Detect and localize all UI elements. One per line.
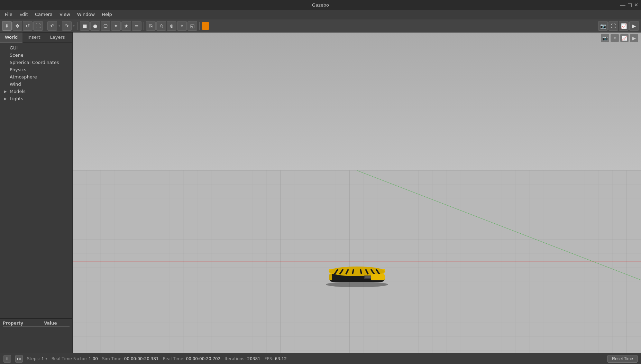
undo-arrow[interactable]: ▾: [58, 24, 61, 28]
statusbar: ⏸ ⏭ Steps: 1 ▾ Real Time Factor: 1.00 Si…: [0, 353, 641, 364]
tree-label-physics: Physics: [10, 67, 26, 72]
pause-button[interactable]: ⏸: [3, 355, 11, 363]
tree-atmosphere[interactable]: Atmosphere: [0, 73, 72, 81]
tree-arrow-models: ▶: [4, 90, 8, 93]
iterations-value: 20381: [247, 356, 260, 361]
zoom-icon: ⛶: [611, 23, 616, 29]
fps-section: FPS: 63.12: [265, 356, 287, 361]
tab-layers[interactable]: Layers: [45, 32, 70, 43]
vp-video-btn[interactable]: ▶: [630, 34, 638, 42]
menu-view[interactable]: View: [56, 10, 74, 18]
undo-icon: ↶: [50, 23, 54, 29]
tree-scene[interactable]: Scene: [0, 52, 72, 59]
menu-file[interactable]: File: [1, 10, 16, 18]
tool-pointlight[interactable]: ✦: [111, 21, 121, 31]
viewport-sky: [73, 32, 641, 170]
spotlight-icon: ★: [124, 23, 129, 29]
tool-copy[interactable]: ⎘: [146, 21, 156, 31]
tree-label-lights: Lights: [10, 96, 23, 101]
tree-wind[interactable]: Wind: [0, 81, 72, 88]
tree-physics[interactable]: Physics: [0, 66, 72, 73]
toolbar: ⬍ ✥ ↺ ⛶ ↶ ▾ ↷ ▾ ■ ● ⎔ ✦ ★ ≡ ⎘ ⎙: [0, 19, 641, 32]
rtf-value: 1.00: [89, 356, 98, 361]
simtime-section: Sim Time: 00 00:00:20.381: [102, 356, 159, 361]
tree-gui[interactable]: GUI: [0, 44, 72, 52]
vp-screenshot-btn[interactable]: 📷: [601, 34, 609, 42]
tool-cylinder[interactable]: ⎔: [101, 21, 110, 31]
vp-screenshot-icon: 📷: [602, 36, 608, 41]
svg-point-4: [326, 282, 388, 287]
viewport[interactable]: 📷 ⌖ 📈 ▶: [73, 32, 641, 353]
tool-dirlight[interactable]: ≡: [132, 21, 141, 31]
tool-paste[interactable]: ⎙: [156, 21, 166, 31]
vp-chart-btn[interactable]: 📈: [620, 34, 629, 42]
tool-zoom[interactable]: ⛶: [608, 21, 618, 31]
tool-scale[interactable]: ⛶: [33, 21, 43, 31]
tree-spherical[interactable]: Spherical Coordinates: [0, 59, 72, 66]
tool-chart[interactable]: 📈: [619, 21, 629, 31]
rtf-label: Real Time Factor:: [52, 356, 87, 361]
paste-icon: ⎙: [160, 23, 163, 29]
pointlight-icon: ✦: [114, 23, 118, 29]
tree-label-gui: GUI: [10, 45, 18, 50]
video-icon: ▶: [632, 23, 636, 29]
tab-insert[interactable]: Insert: [22, 32, 45, 43]
sep2: [77, 22, 78, 30]
left-panel: World Insert Layers GUI Scene Spherical …: [0, 32, 73, 353]
translate-icon: ✥: [15, 23, 19, 29]
tool-snap[interactable]: ⌖: [177, 21, 187, 31]
tree-label-atmosphere: Atmosphere: [10, 74, 37, 80]
menu-help[interactable]: Help: [98, 10, 116, 18]
vp-video-icon: ▶: [632, 36, 636, 41]
menu-camera[interactable]: Camera: [31, 10, 56, 18]
vp-chart-icon: 📈: [622, 36, 627, 41]
menu-edit[interactable]: Edit: [16, 10, 31, 18]
app-title: Gazebo: [312, 2, 329, 8]
realtime-label: Real Time:: [163, 356, 185, 361]
tool-sphere[interactable]: ●: [90, 21, 100, 31]
tool-select[interactable]: ⬍: [2, 21, 12, 31]
tool-view-angle[interactable]: ◱: [187, 21, 197, 31]
tree-lights[interactable]: ▶ Lights: [0, 95, 72, 102]
tree-arrow-lights: ▶: [4, 97, 8, 101]
tabs-row: World Insert Layers: [0, 32, 72, 43]
window-controls[interactable]: ― □ ✕: [620, 2, 638, 8]
dirlight-icon: ≡: [135, 23, 139, 29]
rotate-icon: ↺: [26, 23, 30, 29]
vp-zoom-icon: ⌖: [614, 35, 616, 41]
tree-panel: GUI Scene Spherical Coordinates Physics …: [0, 43, 72, 318]
tool-rotate[interactable]: ↺: [23, 21, 33, 31]
menu-window[interactable]: Window: [74, 10, 98, 18]
simtime-label: Sim Time:: [102, 356, 123, 361]
tool-box[interactable]: ■: [80, 21, 90, 31]
tool-spotlight[interactable]: ★: [121, 21, 131, 31]
vp-zoom-btn[interactable]: ⌖: [611, 34, 619, 42]
tree-label-wind: Wind: [10, 82, 21, 87]
tool-undo[interactable]: ↶: [47, 21, 57, 31]
step-icon: ⏭: [17, 356, 21, 361]
step-button[interactable]: ⏭: [15, 355, 23, 363]
tool-video[interactable]: ▶: [629, 21, 639, 31]
redo-arrow[interactable]: ▾: [72, 24, 76, 28]
steps-label: Steps:: [27, 356, 40, 361]
property-header: Property Value: [3, 320, 70, 327]
tool-screenshot[interactable]: 📷: [598, 21, 608, 31]
iterations-label: Iterations:: [225, 356, 246, 361]
tool-align[interactable]: ⊕: [167, 21, 176, 31]
tool-translate[interactable]: ✥: [12, 21, 22, 31]
tree-models[interactable]: ▶ Models: [0, 88, 72, 95]
box-icon: ■: [82, 23, 87, 29]
tab-world[interactable]: World: [0, 32, 22, 43]
reset-time-button[interactable]: Reset Time: [607, 355, 638, 363]
steps-section: Steps: 1 ▾: [27, 356, 47, 361]
copy-icon: ⎘: [149, 23, 152, 29]
realtime-value: 00 00:00:20.702: [186, 356, 221, 361]
fps-label: FPS:: [265, 356, 274, 361]
steps-dropdown-arrow[interactable]: ▾: [45, 356, 47, 361]
pause-icon: ⏸: [5, 356, 9, 361]
snap-icon: ⌖: [181, 23, 183, 29]
model-indicator: [202, 22, 209, 30]
tool-redo[interactable]: ↷: [62, 21, 72, 31]
sphere-icon: ●: [93, 23, 97, 29]
realtime-section: Real Time: 00 00:00:20.702: [163, 356, 221, 361]
